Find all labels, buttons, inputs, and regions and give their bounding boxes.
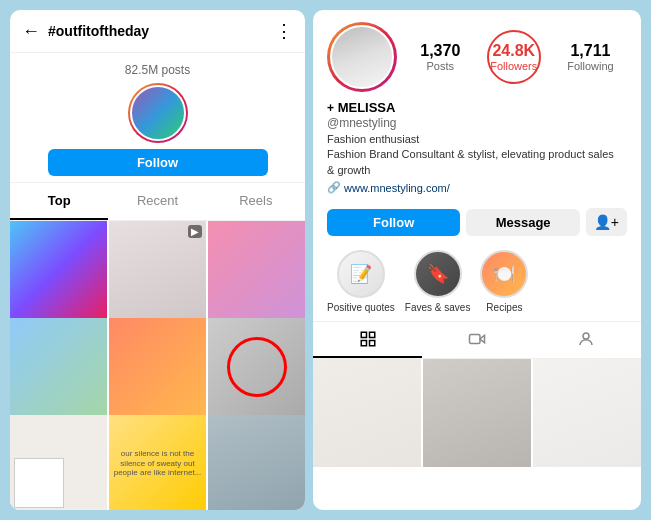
profile-handle: @mnestyling: [327, 116, 627, 130]
svg-rect-4: [469, 335, 480, 344]
grid-item[interactable]: our silence is not the silence of sweaty…: [109, 415, 206, 510]
profile-bio-text: Fashion enthusiast Fashion Brand Consult…: [327, 132, 627, 178]
avatar-image: [130, 85, 186, 141]
profile-grid-item[interactable]: [313, 359, 421, 467]
following-label: Following: [567, 60, 613, 72]
message-button[interactable]: Message: [466, 209, 579, 236]
tab-grid-icon[interactable]: [313, 322, 422, 358]
hashtag-title: #outfitoftheday: [48, 23, 267, 39]
followers-label: Followers: [490, 60, 537, 72]
profile-name: + MELISSA: [327, 100, 627, 115]
highlight-circle-1: 📝: [337, 250, 385, 298]
hashtag-panel: ← #outfitoftheday ⋮ 82.5M posts Follow T…: [10, 10, 305, 510]
hashtag-profile-section: 82.5M posts Follow: [10, 53, 305, 183]
left-header: ← #outfitoftheday ⋮: [10, 10, 305, 53]
profile-website[interactable]: 🔗 www.mnestyling.com/: [327, 181, 627, 194]
profile-grid-item[interactable]: [533, 359, 641, 467]
circle-highlight: [227, 337, 287, 397]
content-tabs: Top Recent Reels: [10, 183, 305, 221]
grid-item[interactable]: [208, 415, 305, 510]
svg-point-6: [583, 333, 589, 339]
hashtag-avatar: [128, 83, 188, 143]
action-buttons-row: Follow Message 👤+: [313, 202, 641, 244]
hashtag-grid: ▶ our silence is not th: [10, 221, 305, 510]
video-icon: ▶: [188, 225, 202, 238]
follow-button[interactable]: Follow: [327, 209, 460, 236]
tab-top[interactable]: Top: [10, 183, 108, 220]
followers-number: 24.8K: [492, 42, 535, 60]
profile-avatar-wrap: [327, 22, 397, 92]
highlight-icon-2: 🔖: [427, 263, 449, 285]
more-options-icon[interactable]: ⋮: [275, 20, 293, 42]
profile-header: 1,370 Posts 24.8K Followers 1,711 Follow…: [313, 10, 641, 100]
app-container: ← #outfitoftheday ⋮ 82.5M posts Follow T…: [0, 0, 651, 520]
followers-highlight-ring: 24.8K Followers: [487, 30, 541, 84]
add-user-button[interactable]: 👤+: [586, 208, 627, 236]
svg-rect-1: [369, 332, 374, 337]
grid-item[interactable]: [10, 221, 107, 318]
tab-video-icon[interactable]: [422, 322, 531, 358]
stat-followers: 24.8K Followers: [487, 30, 541, 84]
svg-rect-2: [361, 341, 366, 346]
stat-posts: 1,370 Posts: [420, 42, 460, 72]
back-arrow-icon[interactable]: ←: [22, 21, 40, 42]
grid-item[interactable]: ▶: [109, 221, 206, 318]
highlight-icon-3: 🍽️: [493, 263, 515, 285]
posts-count: 82.5M posts: [125, 63, 190, 77]
profile-view-tabs: [313, 321, 641, 359]
avatar-ring: [327, 22, 397, 92]
highlight-label-2: Faves & saves: [405, 302, 471, 313]
grid-item[interactable]: [109, 318, 206, 415]
tab-recent[interactable]: Recent: [108, 183, 206, 220]
profile-panel: 1,370 Posts 24.8K Followers 1,711 Follow…: [313, 10, 641, 510]
profile-bio: + MELISSA @mnestyling Fashion enthusiast…: [313, 100, 641, 202]
link-icon: 🔗: [327, 181, 341, 194]
video-icon: [468, 330, 486, 348]
grid-icon: [359, 330, 377, 348]
posts-number: 1,370: [420, 42, 460, 60]
person-icon: [577, 330, 595, 348]
profile-grid-item[interactable]: [423, 359, 531, 467]
tab-reels[interactable]: Reels: [207, 183, 305, 220]
stat-following: 1,711 Following: [567, 42, 613, 72]
stats-row: 1,370 Posts 24.8K Followers 1,711 Follow…: [407, 30, 627, 84]
highlight-circle-3: 🍽️: [480, 250, 528, 298]
grid-item[interactable]: [208, 318, 305, 415]
posts-label: Posts: [427, 60, 455, 72]
highlight-circle-2: 🔖: [414, 250, 462, 298]
highlight-label-1: Positive quotes: [327, 302, 395, 313]
verified-plus-icon: +: [327, 101, 334, 115]
text-content: our silence is not the silence of sweaty…: [113, 449, 202, 478]
grid-item[interactable]: [10, 415, 107, 510]
grid-item[interactable]: [208, 221, 305, 318]
follow-button[interactable]: Follow: [48, 149, 268, 176]
add-user-icon: 👤+: [594, 214, 619, 230]
following-number: 1,711: [570, 42, 610, 60]
grid-item[interactable]: [10, 318, 107, 415]
highlight-item-2[interactable]: 🔖 Faves & saves: [405, 250, 471, 313]
highlights-row: 📝 Positive quotes 🔖 Faves & saves 🍽️ Rec…: [313, 244, 641, 321]
svg-rect-3: [369, 341, 374, 346]
avatar-image: [330, 25, 394, 89]
highlight-item-3[interactable]: 🍽️ Recipes: [480, 250, 528, 313]
highlight-label-3: Recipes: [486, 302, 522, 313]
tab-tagged-icon[interactable]: [532, 322, 641, 358]
svg-rect-0: [361, 332, 366, 337]
highlight-icon-1: 📝: [350, 263, 372, 285]
profile-grid: [313, 359, 641, 510]
highlight-item-1[interactable]: 📝 Positive quotes: [327, 250, 395, 313]
